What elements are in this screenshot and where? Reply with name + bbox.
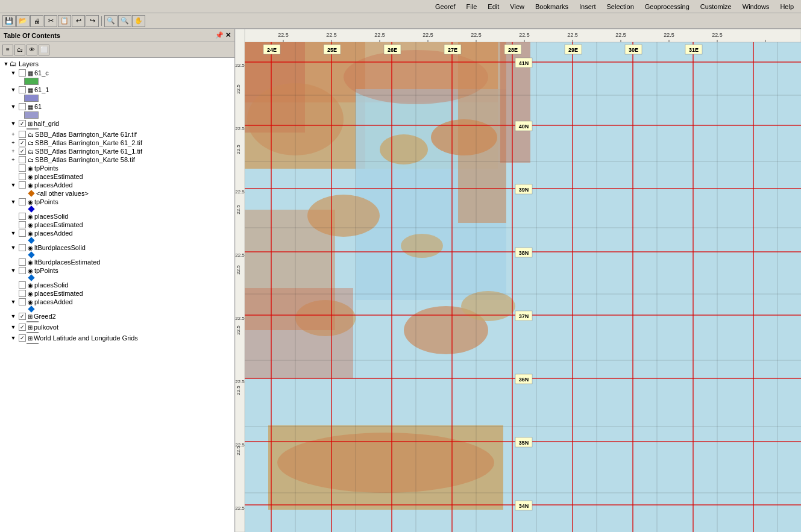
placesest1-expand[interactable] bbox=[10, 173, 17, 180]
tppoints2-expand[interactable]: ▼ bbox=[10, 198, 17, 205]
ltburdest-expand[interactable] bbox=[10, 258, 17, 266]
61_1-checkbox[interactable] bbox=[19, 86, 26, 93]
61c-expand[interactable]: ▼ bbox=[10, 69, 17, 77]
toc-item-61c[interactable]: ▼ ▦ 61_c bbox=[0, 69, 234, 77]
worldgrid-expand[interactable]: ▼ bbox=[10, 334, 17, 342]
placesest3-checkbox[interactable] bbox=[19, 290, 26, 297]
toc-item-placessolid1[interactable]: ◉ placesSolid bbox=[0, 212, 234, 221]
sbb58-checkbox[interactable] bbox=[19, 156, 26, 163]
toc-item-ltburdsolid[interactable]: ▼ ◉ ltBurdplacesSolid bbox=[0, 243, 234, 252]
toolbar-btn-6[interactable]: ↩ bbox=[72, 15, 85, 27]
toc-item-greed2[interactable]: ▼ ⊞ Greed2 bbox=[0, 312, 234, 321]
menu-help[interactable]: Help bbox=[775, 2, 799, 11]
sbb61r-expand[interactable]: + bbox=[10, 131, 17, 138]
pulkovot-expand[interactable]: ▼ bbox=[10, 324, 17, 331]
toc-item-placesadded2[interactable]: ▼ ◉ placesAdded bbox=[0, 229, 234, 237]
sbb58-expand[interactable]: + bbox=[10, 156, 17, 163]
61-checkbox[interactable] bbox=[19, 103, 26, 110]
sbb61_2-expand[interactable]: + bbox=[10, 139, 17, 146]
toc-item-sbb61r[interactable]: + 🗂 SBB_Atlas Barrington_Karte 61r.tif bbox=[0, 130, 234, 139]
placesadded2-checkbox[interactable] bbox=[19, 230, 26, 237]
toc-selection-btn[interactable]: ⬜ bbox=[39, 45, 49, 55]
toc-item-ltburdest[interactable]: ◉ ltBurdplacesEstimated bbox=[0, 258, 234, 266]
tppoints1-expand[interactable] bbox=[10, 164, 17, 172]
toc-item-61_1[interactable]: ▼ ▦ 61_1 bbox=[0, 86, 234, 94]
placessolid1-checkbox[interactable] bbox=[19, 213, 26, 220]
placesadded3-checkbox[interactable] bbox=[19, 298, 26, 305]
tppoints3-expand[interactable]: ▼ bbox=[10, 267, 17, 274]
toc-item-tppoints2[interactable]: ▼ ◉ tpPoints bbox=[0, 198, 234, 206]
toc-item-sbb61_2[interactable]: + 🗂 SBB_Atlas Barrington_Karte 61_2.tif bbox=[0, 139, 234, 147]
toolbar-btn-2[interactable]: 📂 bbox=[16, 15, 30, 27]
zoom-in-btn[interactable]: 🔍 bbox=[104, 15, 118, 27]
menu-view[interactable]: View bbox=[505, 2, 529, 11]
menu-windows[interactable]: Windows bbox=[738, 2, 774, 11]
menu-geoprocessing[interactable]: Geoprocessing bbox=[640, 2, 694, 11]
toc-item-placesest1[interactable]: ◉ placesEstimated bbox=[0, 172, 234, 181]
zoom-out-btn[interactable]: 🔍 bbox=[118, 15, 131, 27]
placesest1-checkbox[interactable] bbox=[19, 173, 26, 180]
greed2-checkbox[interactable] bbox=[19, 313, 26, 320]
toolbar-btn-5[interactable]: 📋 bbox=[58, 15, 71, 27]
toolbar-btn-3[interactable]: 🖨 bbox=[30, 15, 43, 27]
toc-item-placesest3[interactable]: ◉ placesEstimated bbox=[0, 289, 234, 298]
placesest2-expand[interactable] bbox=[10, 221, 17, 228]
sbb61_2-checkbox[interactable] bbox=[19, 139, 26, 146]
map-area[interactable]: 22.5 22.5 22.5 22.5 22.5 22.5 22.5 22.5 … bbox=[235, 29, 801, 532]
toolbar-btn-7[interactable]: ↪ bbox=[86, 15, 99, 27]
toolbar-btn-1[interactable]: 💾 bbox=[2, 15, 16, 27]
placesadded1-checkbox[interactable] bbox=[19, 181, 26, 189]
greed2-expand[interactable]: ▼ bbox=[10, 313, 17, 320]
ltburdest-checkbox[interactable] bbox=[19, 258, 26, 266]
placesadded2-expand[interactable]: ▼ bbox=[10, 230, 17, 237]
menu-bookmarks[interactable]: Bookmarks bbox=[530, 2, 573, 11]
61c-checkbox[interactable] bbox=[19, 69, 26, 77]
sbb61_1-expand[interactable]: + bbox=[10, 148, 17, 155]
menu-edit[interactable]: Edit bbox=[483, 2, 504, 11]
toc-item-pulkovot[interactable]: ▼ ⊞ pulkovot bbox=[0, 323, 234, 331]
61_1-expand[interactable]: ▼ bbox=[10, 86, 17, 93]
toc-item-placessolid2[interactable]: ◉ placesSolid bbox=[0, 281, 234, 289]
toc-source-view-btn[interactable]: 🗂 bbox=[14, 45, 25, 55]
61-expand[interactable]: ▼ bbox=[10, 103, 17, 110]
worldgrid-checkbox[interactable] bbox=[19, 334, 26, 342]
halfgrid-checkbox[interactable] bbox=[19, 120, 26, 127]
toc-item-61[interactable]: ▼ ▦ 61 bbox=[0, 102, 234, 111]
placessolid2-checkbox[interactable] bbox=[19, 281, 26, 289]
toc-item-placesest2[interactable]: ◉ placesEstimated bbox=[0, 221, 234, 229]
menu-insert[interactable]: Insert bbox=[574, 2, 601, 11]
placesadded3-expand[interactable]: ▼ bbox=[10, 298, 17, 305]
menu-file[interactable]: File bbox=[462, 2, 482, 11]
pan-btn[interactable]: ✋ bbox=[132, 15, 145, 27]
toolbar-btn-4[interactable]: ✂ bbox=[44, 15, 57, 27]
sbb61_1-checkbox[interactable] bbox=[19, 148, 26, 155]
tppoints1-checkbox[interactable] bbox=[19, 164, 26, 172]
toc-item-halfgrid[interactable]: ▼ ⊞ half_grid bbox=[0, 119, 234, 128]
sbb61r-checkbox[interactable] bbox=[19, 131, 26, 138]
menu-selection[interactable]: Selection bbox=[602, 2, 639, 11]
toc-item-sbb61_1[interactable]: + 🗂 SBB_Atlas Barrington_Karte 61_1.tif bbox=[0, 147, 234, 155]
toc-item-worldgrid[interactable]: ▼ ⊞ World Latitude and Longitude Grids bbox=[0, 334, 234, 342]
layers-expand[interactable]: ▼ bbox=[2, 60, 10, 67]
halfgrid-expand[interactable]: ▼ bbox=[10, 120, 17, 127]
tppoints2-checkbox[interactable] bbox=[19, 198, 26, 205]
placesest3-expand[interactable] bbox=[10, 290, 17, 297]
tppoints3-checkbox[interactable] bbox=[19, 267, 26, 274]
ltburdsolid-expand[interactable]: ▼ bbox=[10, 244, 17, 251]
toc-item-sbb58[interactable]: + 🗂 SBB_Atlas Barrington_Karte 58.tif bbox=[0, 155, 234, 164]
toc-list-view-btn[interactable]: ≡ bbox=[2, 45, 13, 55]
placesest2-checkbox[interactable] bbox=[19, 221, 26, 228]
toc-item-tppoints3[interactable]: ▼ ◉ tpPoints bbox=[0, 266, 234, 275]
toc-item-placesadded3[interactable]: ▼ ◉ placesAdded bbox=[0, 298, 234, 306]
pulkovot-checkbox[interactable] bbox=[19, 324, 26, 331]
toc-item-tppoints1[interactable]: ◉ tpPoints bbox=[0, 164, 234, 172]
menu-customize[interactable]: Customize bbox=[696, 2, 737, 11]
ltburdsolid-checkbox[interactable] bbox=[19, 244, 26, 251]
toc-item-placesadded1[interactable]: ▼ ◉ placesAdded bbox=[0, 181, 234, 189]
toc-pin-icon[interactable]: 📌 bbox=[215, 31, 224, 39]
placesadded1-expand[interactable]: ▼ bbox=[10, 181, 17, 189]
toc-content[interactable]: ▼ 🗂 Layers ▼ ▦ 61_c ▼ ▦ 61_1 bbox=[0, 58, 234, 532]
toc-visibility-btn[interactable]: 👁 bbox=[27, 45, 37, 55]
toc-layers-root[interactable]: ▼ 🗂 Layers bbox=[0, 59, 234, 69]
placessolid1-expand[interactable] bbox=[10, 213, 17, 220]
